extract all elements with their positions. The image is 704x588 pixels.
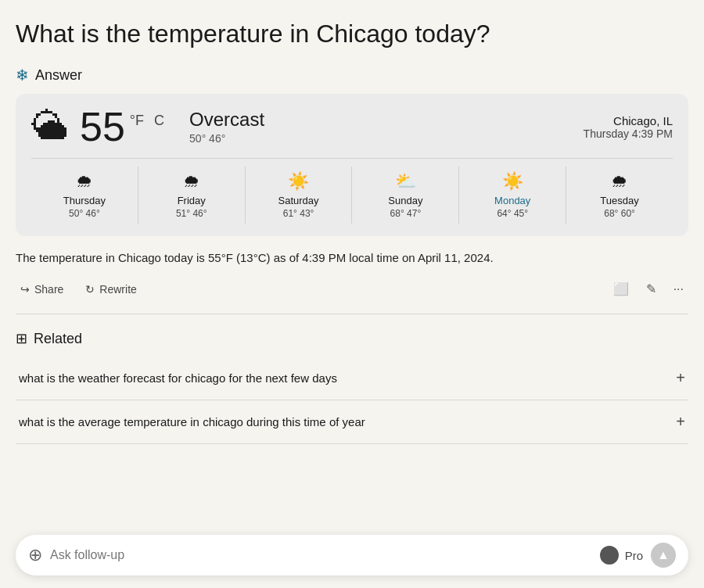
weather-location: Chicago, IL Thursday 4:39 PM <box>584 114 673 140</box>
forecast-day: ⛅Sunday68° 47° <box>352 167 459 224</box>
forecast-day: ☀️Saturday61° 43° <box>246 167 353 224</box>
rewrite-label: Rewrite <box>99 283 136 296</box>
forecast-day-icon: 🌧 <box>569 171 670 192</box>
copy-button[interactable]: ⬜ <box>609 278 634 299</box>
submit-button[interactable]: ▲ <box>651 543 676 568</box>
forecast-day-name: Monday <box>462 195 562 206</box>
follow-up-pro: Pro <box>600 546 643 565</box>
related-item-text: what is the average temperature in chica… <box>19 415 365 428</box>
share-icon: ↪ <box>20 283 30 296</box>
weather-left: 🌥 55 °F C Overcast 50° 46° <box>31 106 264 147</box>
action-bar: ↪ Share ↻ Rewrite ⬜ ✎ ··· <box>16 278 688 314</box>
answer-text: The temperature in Chicago today is 55°F… <box>16 249 688 267</box>
more-icon: ··· <box>673 282 684 296</box>
forecast-day-name: Friday <box>142 195 242 206</box>
related-item[interactable]: what is the average temperature in chica… <box>16 400 688 444</box>
forecast-day-icon: 🌧 <box>34 171 135 192</box>
forecast-day-temps: 68° 47° <box>355 208 455 219</box>
related-item[interactable]: what is the weather forecast for chicago… <box>16 357 688 400</box>
more-button[interactable]: ··· <box>669 278 688 299</box>
weather-icon-large: 🌥 <box>31 108 69 145</box>
forecast-day-name: Saturday <box>249 195 349 206</box>
related-item-plus-icon: + <box>676 369 685 387</box>
pro-dot <box>600 546 619 565</box>
action-right: ⬜ ✎ ··· <box>609 278 688 299</box>
action-left: ↪ Share ↻ Rewrite <box>16 280 142 299</box>
temperature-value: 55 <box>80 106 125 147</box>
forecast-day-name: Thursday <box>34 195 135 206</box>
related-icon: ⊞ <box>16 330 27 347</box>
related-label: Related <box>34 331 82 347</box>
forecast-day-icon: ⛅ <box>355 171 455 192</box>
unit-f: °F <box>130 113 144 128</box>
follow-up-bar: ⊕ Pro ▲ <box>16 535 688 575</box>
edit-icon: ✎ <box>646 282 656 296</box>
forecast-day-temps: 61° 43° <box>249 208 349 219</box>
forecast-day-name: Sunday <box>355 195 455 206</box>
add-icon: ⊕ <box>28 545 42 565</box>
forecast-day-temps: 51° 46° <box>142 208 242 219</box>
rewrite-button[interactable]: ↻ Rewrite <box>81 280 141 299</box>
temp-unit: °F C <box>128 113 166 129</box>
copy-icon: ⬜ <box>613 282 629 296</box>
pro-label: Pro <box>625 549 643 562</box>
share-button[interactable]: ↪ Share <box>16 280 68 299</box>
related-item-text: what is the weather forecast for chicago… <box>19 371 337 385</box>
condition-name: Overcast <box>189 109 264 131</box>
forecast-day-name: Tuesday <box>569 195 670 206</box>
answer-header: ❄ Answer <box>16 66 688 84</box>
related-items-list: what is the weather forecast for chicago… <box>16 357 688 444</box>
page-title: What is the temperature in Chicago today… <box>16 19 688 48</box>
location-city: Chicago, IL <box>584 114 673 127</box>
forecast-day-temps: 64° 45° <box>462 208 562 219</box>
weather-card: 🌥 55 °F C Overcast 50° 46° Chicago, IL T… <box>16 94 688 236</box>
submit-icon: ▲ <box>657 548 670 562</box>
weather-main: 🌥 55 °F C Overcast 50° 46° Chicago, IL T… <box>31 106 673 147</box>
edit-button[interactable]: ✎ <box>641 278 661 299</box>
answer-label: Answer <box>35 67 82 84</box>
forecast-day: 🌧Friday51° 46° <box>138 167 246 224</box>
forecast-day: 🌧Thursday50° 46° <box>31 167 138 224</box>
follow-up-input[interactable] <box>50 548 592 562</box>
related-item-plus-icon: + <box>676 413 685 431</box>
answer-section: ❄ Answer 🌥 55 °F C Overcast 50° 46° <box>16 66 688 314</box>
rewrite-icon: ↻ <box>85 283 95 296</box>
location-datetime: Thursday 4:39 PM <box>584 127 673 140</box>
forecast-day-icon: 🌧 <box>142 171 242 192</box>
unit-c: C <box>154 113 164 128</box>
forecast-day-icon: ☀️ <box>249 171 349 192</box>
weather-temp: 55 °F C <box>80 106 166 147</box>
related-section: ⊞ Related what is the weather forecast f… <box>16 330 688 444</box>
condition-range: 50° 46° <box>189 132 264 145</box>
share-label: Share <box>34 283 63 296</box>
ai-icon: ❄ <box>16 66 29 84</box>
forecast-day: 🌧Tuesday68° 60° <box>566 167 673 224</box>
forecast-day-icon: ☀️ <box>462 171 562 192</box>
weather-forecast: 🌧Thursday50° 46°🌧Friday51° 46°☀️Saturday… <box>31 158 673 224</box>
related-header: ⊞ Related <box>16 330 688 347</box>
forecast-day-temps: 50° 46° <box>34 208 135 219</box>
forecast-day: ☀️Monday64° 45° <box>459 167 566 224</box>
weather-condition: Overcast 50° 46° <box>189 109 264 145</box>
forecast-day-temps: 68° 60° <box>569 208 670 219</box>
